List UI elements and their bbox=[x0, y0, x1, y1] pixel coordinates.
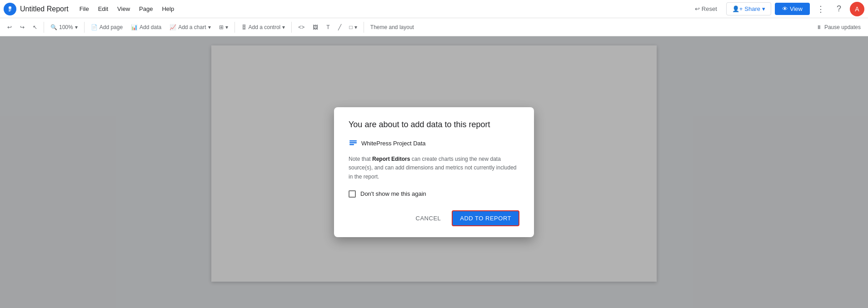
reset-label: Reset bbox=[702, 5, 717, 12]
pause-updates-button[interactable]: ⏸ Pause updates bbox=[813, 22, 864, 32]
eye-icon: 👁 bbox=[782, 5, 788, 12]
avatar[interactable]: A bbox=[850, 2, 864, 16]
menu-file[interactable]: File bbox=[76, 4, 93, 14]
datasource-name: WhitePress Project Data bbox=[361, 140, 426, 147]
add-data-button[interactable]: 📊 Add data bbox=[127, 22, 165, 32]
add-scorecard-button[interactable]: ⊞ ▾ bbox=[215, 22, 232, 32]
add-control-button[interactable]: 🎛 Add a control ▾ bbox=[238, 22, 289, 32]
line-button[interactable]: ╱ bbox=[334, 22, 345, 32]
zoom-button[interactable]: 🔍 100% ▾ bbox=[47, 22, 81, 32]
datasource-row: WhitePress Project Data bbox=[349, 139, 519, 148]
control-dropdown-icon: ▾ bbox=[282, 24, 285, 30]
image-button[interactable]: 🖼 bbox=[309, 22, 322, 32]
toolbar-divider-5 bbox=[364, 22, 364, 33]
svg-rect-4 bbox=[349, 142, 357, 144]
zoom-level: 100% bbox=[59, 24, 73, 30]
toolbar-divider-2 bbox=[84, 22, 85, 33]
line-icon: ╱ bbox=[338, 24, 341, 30]
scorecard-dropdown-icon: ▾ bbox=[225, 24, 228, 30]
menu-view[interactable]: View bbox=[114, 4, 134, 14]
add-data-modal: You are about to add data to this report… bbox=[334, 107, 534, 237]
toolbar-divider-1 bbox=[44, 22, 44, 33]
more-icon: ⋮ bbox=[817, 4, 825, 14]
menu-bar: File Edit View Page Help bbox=[76, 4, 178, 14]
code-icon: <> bbox=[298, 24, 304, 30]
add-chart-icon: 📈 bbox=[170, 24, 176, 30]
modal-title: You are about to add data to this report bbox=[349, 120, 519, 129]
pause-icon: ⏸ bbox=[816, 24, 822, 30]
add-page-icon: 📄 bbox=[91, 24, 98, 30]
view-label: View bbox=[790, 5, 803, 12]
add-data-icon: 📊 bbox=[131, 24, 138, 30]
shape-button[interactable]: □ ▾ bbox=[346, 22, 361, 32]
zoom-in-icon: 🔍 bbox=[50, 24, 57, 30]
chart-dropdown-icon: ▾ bbox=[208, 24, 211, 30]
image-icon: 🖼 bbox=[313, 24, 318, 30]
svg-rect-5 bbox=[349, 144, 354, 145]
undo-button[interactable]: ↩ bbox=[4, 22, 15, 32]
cancel-button[interactable]: CANCEL bbox=[409, 211, 449, 225]
checkbox-row: Don't show me this again bbox=[349, 190, 519, 198]
add-to-report-button[interactable]: ADD TO REPORT bbox=[452, 210, 519, 226]
redo-icon: ↪ bbox=[20, 24, 25, 30]
shape-icon: □ bbox=[349, 24, 353, 30]
title-bar: Untitled Report File Edit View Page Help… bbox=[0, 0, 868, 18]
add-chart-label: Add a chart bbox=[178, 24, 206, 30]
canvas-area: You are about to add data to this report… bbox=[0, 36, 868, 308]
code-button[interactable]: <> bbox=[294, 22, 308, 32]
add-control-label: Add a control bbox=[249, 24, 281, 30]
redo-button[interactable]: ↪ bbox=[16, 22, 28, 32]
cursor-icon: ↖ bbox=[33, 24, 37, 30]
help-icon: ? bbox=[837, 4, 841, 14]
datasource-icon bbox=[349, 139, 358, 148]
undo-icon: ↩ bbox=[7, 24, 12, 30]
theme-label: Theme and layout bbox=[370, 24, 414, 30]
report-title[interactable]: Untitled Report bbox=[20, 5, 69, 13]
toolbar: ↩ ↪ ↖ 🔍 100% ▾ 📄 Add page 📊 Add data 📈 A… bbox=[0, 18, 868, 36]
title-bar-right: ↩ Reset 👤+ Share ▾ 👁 View ⋮ ? A bbox=[689, 2, 864, 16]
control-icon: 🎛 bbox=[241, 24, 247, 30]
reset-icon: ↩ bbox=[695, 5, 700, 12]
reset-button[interactable]: ↩ Reset bbox=[689, 3, 723, 15]
checkbox-label: Don't show me this again bbox=[360, 190, 426, 197]
share-icon: 👤+ bbox=[732, 5, 743, 12]
text-button[interactable]: T bbox=[323, 22, 333, 32]
text-icon: T bbox=[326, 24, 329, 30]
menu-page[interactable]: Page bbox=[135, 4, 156, 14]
toolbar-divider-4 bbox=[291, 22, 292, 33]
svg-rect-1 bbox=[9, 10, 11, 10]
menu-edit[interactable]: Edit bbox=[95, 4, 112, 14]
help-button[interactable]: ? bbox=[832, 2, 846, 16]
toolbar-divider-3 bbox=[234, 22, 235, 33]
shape-dropdown-icon: ▾ bbox=[354, 24, 357, 30]
cursor-button[interactable]: ↖ bbox=[29, 22, 41, 32]
scorecard-icon: ⊞ bbox=[219, 24, 224, 30]
modal-actions: CANCEL ADD TO REPORT bbox=[349, 210, 519, 226]
avatar-label: A bbox=[855, 5, 859, 13]
more-options-button[interactable]: ⋮ bbox=[813, 2, 828, 16]
title-bar-left: Untitled Report File Edit View Page Help bbox=[4, 3, 689, 15]
svg-rect-2 bbox=[9, 10, 10, 11]
theme-button[interactable]: Theme and layout bbox=[367, 22, 418, 32]
add-chart-button[interactable]: 📈 Add a chart ▾ bbox=[166, 22, 214, 32]
modal-overlay: You are about to add data to this report… bbox=[0, 36, 868, 308]
pause-label: Pause updates bbox=[824, 24, 861, 30]
note-prefix: Note that bbox=[349, 156, 372, 162]
share-label: Share bbox=[744, 5, 760, 12]
zoom-dropdown-icon: ▾ bbox=[75, 24, 78, 30]
svg-rect-3 bbox=[349, 140, 357, 142]
share-dropdown-icon: ▾ bbox=[762, 5, 765, 12]
app-icon bbox=[4, 3, 16, 15]
add-page-label: Add page bbox=[100, 24, 123, 30]
add-page-button[interactable]: 📄 Add page bbox=[87, 22, 126, 32]
view-button[interactable]: 👁 View bbox=[775, 3, 810, 15]
dont-show-checkbox[interactable] bbox=[349, 190, 356, 198]
menu-help[interactable]: Help bbox=[158, 4, 178, 14]
add-data-label: Add data bbox=[140, 24, 161, 30]
modal-note: Note that Report Editors can create char… bbox=[349, 155, 519, 181]
share-button[interactable]: 👤+ Share ▾ bbox=[726, 2, 771, 15]
note-bold: Report Editors bbox=[372, 156, 410, 162]
